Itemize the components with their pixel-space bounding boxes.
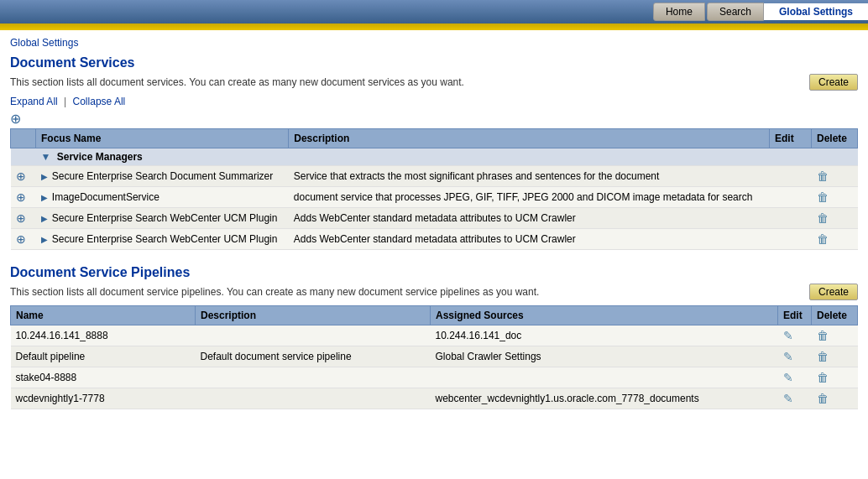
- pipeline-delete-cell: 🗑: [812, 388, 858, 409]
- expand-collapse-row: Expand All | Collapse All: [10, 96, 858, 107]
- pipeline-desc: [196, 367, 431, 388]
- play-icon: ▶: [41, 193, 48, 202]
- pipeline-name: wcdevnightly1-7778: [11, 388, 196, 409]
- service-name: Secure Enterprise Search WebCenter UCM P…: [52, 212, 278, 224]
- move-cell: ⊕: [11, 187, 36, 208]
- move-cell: ⊕: [11, 229, 36, 250]
- col-header-description: Description: [289, 129, 770, 148]
- col-header-edit: Edit: [770, 129, 812, 148]
- service-desc-cell: document service that processes JPEG, GI…: [289, 187, 770, 208]
- edit-cell: [770, 208, 812, 229]
- delete-icon[interactable]: 🗑: [817, 350, 829, 363]
- delete-cell: 🗑: [812, 229, 858, 250]
- service-name-cell: ▶ Secure Enterprise Search WebCenter UCM…: [36, 229, 289, 250]
- play-icon: ▶: [41, 172, 48, 181]
- edit-icon[interactable]: ✎: [783, 329, 793, 342]
- document-services-title: Document Services: [10, 55, 858, 70]
- service-name-cell: ▶ Secure Enterprise Search Document Summ…: [36, 166, 289, 187]
- service-name-cell: ▶ Secure Enterprise Search WebCenter UCM…: [36, 208, 289, 229]
- add-service-row[interactable]: ⊕: [10, 111, 858, 127]
- expand-collapse-divider: |: [64, 96, 66, 107]
- pipeline-name: Default pipeline: [11, 346, 196, 367]
- pipeline-desc: Default document service pipeline: [196, 346, 431, 367]
- table-row: Default pipeline Default document servic…: [11, 346, 858, 367]
- pipelines-table: Name Description Assigned Sources Edit D…: [10, 305, 858, 409]
- document-services-table: Focus Name Description Edit Delete ▼ Ser…: [10, 128, 858, 250]
- pipelines-description: This section lists all document service …: [10, 286, 539, 298]
- edit-cell: [770, 229, 812, 250]
- move-icon[interactable]: ⊕: [16, 211, 26, 225]
- pipeline-col-name: Name: [11, 306, 196, 325]
- service-name: Secure Enterprise Search WebCenter UCM P…: [52, 233, 278, 245]
- edit-icon[interactable]: ✎: [783, 371, 793, 384]
- col-header-empty: [11, 129, 36, 148]
- pipeline-col-assigned-sources: Assigned Sources: [431, 306, 778, 325]
- pipeline-name: stake04-8888: [11, 367, 196, 388]
- delete-icon[interactable]: 🗑: [817, 232, 829, 246]
- document-services-description: This section lists all document services…: [10, 76, 464, 88]
- home-button[interactable]: Home: [653, 3, 705, 21]
- delete-icon[interactable]: 🗑: [817, 371, 829, 384]
- breadcrumb-link[interactable]: Global Settings: [10, 37, 78, 49]
- pipeline-edit-cell: ✎: [778, 367, 812, 388]
- group-indent: [11, 148, 36, 166]
- table-row: ⊕ ▶ ImageDocumentService document servic…: [11, 187, 858, 208]
- service-desc-cell: Adds WebCenter standard metadata attribu…: [289, 208, 770, 229]
- edit-icon[interactable]: ✎: [783, 392, 793, 405]
- pipeline-desc: [196, 388, 431, 409]
- pipeline-edit-cell: ✎: [778, 346, 812, 367]
- search-button[interactable]: Search: [707, 3, 764, 21]
- move-cell: ⊕: [11, 166, 36, 187]
- document-services-desc-row: This section lists all document services…: [10, 74, 858, 91]
- pipeline-delete-cell: 🗑: [812, 346, 858, 367]
- move-icon[interactable]: ⊕: [16, 169, 26, 183]
- pipeline-sources: [431, 367, 778, 388]
- pipeline-col-description: Description: [196, 306, 431, 325]
- edit-cell: [770, 187, 812, 208]
- col-header-delete: Delete: [812, 129, 858, 148]
- pipeline-delete-cell: 🗑: [812, 367, 858, 388]
- triangle-icon: ▼: [41, 151, 51, 163]
- play-icon: ▶: [41, 214, 48, 223]
- delete-icon[interactable]: 🗑: [817, 392, 829, 405]
- delete-cell: 🗑: [812, 166, 858, 187]
- col-header-focus-name: Focus Name: [36, 129, 289, 148]
- table-row: ⊕ ▶ Secure Enterprise Search WebCenter U…: [11, 229, 858, 250]
- document-services-create-button[interactable]: Create: [809, 74, 858, 91]
- global-settings-nav: Global Settings: [764, 3, 868, 20]
- service-desc-cell: Adds WebCenter standard metadata attribu…: [289, 229, 770, 250]
- delete-icon[interactable]: 🗑: [817, 329, 829, 342]
- table-row: ⊕ ▶ Secure Enterprise Search Document Su…: [11, 166, 858, 187]
- move-cell: ⊕: [11, 208, 36, 229]
- pipelines-create-button[interactable]: Create: [809, 284, 858, 300]
- table-row: wcdevnightly1-7778 webcenter_wcdevnightl…: [11, 388, 858, 409]
- document-services-section: Document Services This section lists all…: [0, 55, 868, 265]
- play-icon: ▶: [41, 235, 48, 244]
- delete-icon[interactable]: 🗑: [817, 169, 829, 183]
- table-row: ⊕ ▶ Secure Enterprise Search WebCenter U…: [11, 208, 858, 229]
- pipeline-edit-cell: ✎: [778, 388, 812, 409]
- move-icon[interactable]: ⊕: [16, 232, 26, 246]
- gold-bar: [0, 23, 868, 30]
- pipelines-title: Document Service Pipelines: [10, 265, 858, 280]
- edit-cell: [770, 166, 812, 187]
- service-name: ImageDocumentService: [52, 191, 159, 203]
- document-service-pipelines-section: Document Service Pipelines This section …: [0, 265, 868, 424]
- pipeline-name: 10.244.16.141_8888: [11, 325, 196, 346]
- pipeline-col-edit: Edit: [778, 306, 812, 325]
- group-header-label: ▼ Service Managers: [36, 148, 858, 166]
- pipeline-edit-cell: ✎: [778, 325, 812, 346]
- move-icon[interactable]: ⊕: [16, 190, 26, 204]
- delete-icon[interactable]: 🗑: [817, 190, 829, 204]
- collapse-all-link[interactable]: Collapse All: [73, 96, 126, 107]
- expand-all-link[interactable]: Expand All: [10, 96, 58, 107]
- table-row: stake04-8888 ✎ 🗑: [11, 367, 858, 388]
- pipeline-delete-cell: 🗑: [812, 325, 858, 346]
- pipeline-col-delete: Delete: [812, 306, 858, 325]
- edit-icon[interactable]: ✎: [783, 350, 793, 363]
- top-navigation: Home Search Global Settings: [0, 0, 868, 23]
- table-row: 10.244.16.141_8888 10.244.16.141_doc ✎ 🗑: [11, 325, 858, 346]
- delete-icon[interactable]: 🗑: [817, 211, 829, 225]
- service-managers-group: ▼ Service Managers: [11, 148, 858, 166]
- breadcrumb: Global Settings: [0, 30, 868, 55]
